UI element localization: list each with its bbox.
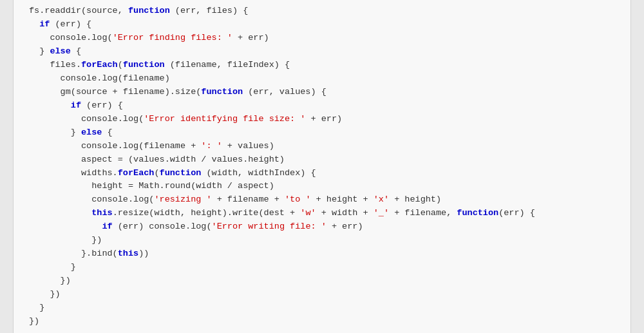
code-container: fs.readdir(source, function (err, files)… — [13, 0, 631, 333]
code-block: fs.readdir(source, function (err, files)… — [29, 5, 615, 328]
line-1: fs.readdir(source, function (err, files)… — [29, 6, 535, 325]
